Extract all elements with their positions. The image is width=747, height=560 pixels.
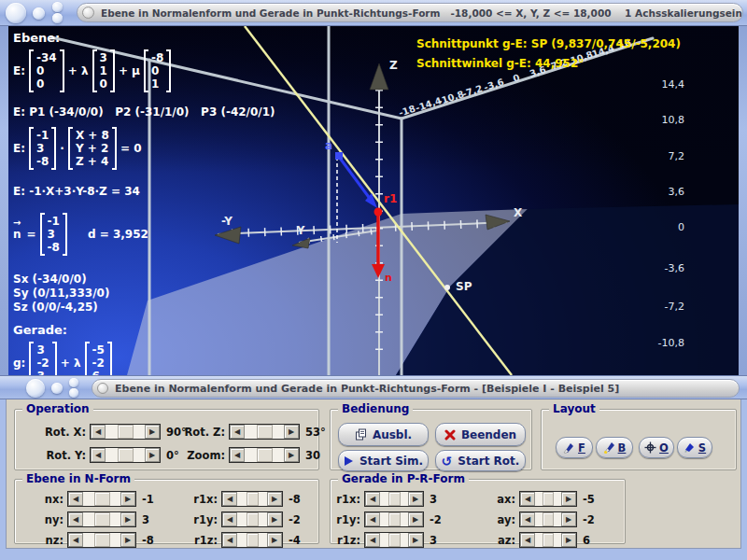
ax-slider[interactable]: ◀▶ <box>519 491 577 507</box>
layout-b-button[interactable]: B <box>596 437 633 458</box>
scroll-left-icon[interactable]: ◀ <box>365 512 380 526</box>
layout-s-button[interactable]: S <box>677 437 712 458</box>
scroll-right-icon[interactable]: ▶ <box>120 492 135 506</box>
panel-window-button-small[interactable] <box>51 383 63 394</box>
panel-window-button-large[interactable] <box>26 379 45 398</box>
rot-z-slider[interactable]: ◀▶ <box>229 424 300 440</box>
scroll-thumb[interactable] <box>543 492 554 506</box>
scroll-left-icon[interactable]: ◀ <box>520 492 535 506</box>
scroll-track[interactable] <box>237 492 267 506</box>
scroll-left-icon[interactable]: ◀ <box>68 533 83 547</box>
scroll-left-icon[interactable]: ◀ <box>365 533 380 547</box>
scroll-track[interactable] <box>245 448 284 462</box>
scroll-right-icon[interactable]: ▶ <box>284 425 299 439</box>
scroll-left-icon[interactable]: ◀ <box>230 425 245 439</box>
scroll-right-icon[interactable]: ▶ <box>145 425 160 439</box>
scroll-left-icon[interactable]: ◀ <box>222 533 237 547</box>
e-r1z-slider[interactable]: ◀▶ <box>221 532 283 548</box>
scroll-thumb[interactable] <box>94 512 110 526</box>
rot-x-slider[interactable]: ◀▶ <box>90 424 161 440</box>
scroll-left-icon[interactable]: ◀ <box>230 448 245 462</box>
scroll-track[interactable] <box>535 533 561 547</box>
scroll-track[interactable] <box>237 533 267 547</box>
ny-slider[interactable]: ◀▶ <box>67 511 136 527</box>
scroll-right-icon[interactable]: ▶ <box>561 492 576 506</box>
window-button-upper[interactable] <box>52 2 63 12</box>
scroll-track[interactable] <box>380 533 408 547</box>
scroll-thumb[interactable] <box>247 533 259 547</box>
scroll-thumb[interactable] <box>388 492 401 506</box>
vector-matrix: 3 1 0 <box>92 49 115 92</box>
nz-slider[interactable]: ◀▶ <box>67 532 136 548</box>
scroll-thumb[interactable] <box>388 533 401 547</box>
capsule-dot-icon[interactable] <box>97 383 108 394</box>
e-r1y-slider[interactable]: ◀▶ <box>221 511 283 527</box>
nx-slider[interactable]: ◀▶ <box>67 491 136 507</box>
scroll-thumb[interactable] <box>94 492 110 506</box>
scroll-left-icon[interactable]: ◀ <box>520 533 535 547</box>
scroll-right-icon[interactable]: ▶ <box>267 533 282 547</box>
scroll-right-icon[interactable]: ▶ <box>561 512 576 526</box>
ausbl-button[interactable]: Ausbl. <box>338 423 429 446</box>
g-r1z-slider[interactable]: ◀▶ <box>364 532 424 548</box>
scroll-thumb[interactable] <box>388 512 401 526</box>
scroll-right-icon[interactable]: ▶ <box>120 512 135 526</box>
scroll-thumb[interactable] <box>543 512 554 526</box>
scroll-thumb[interactable] <box>543 533 554 547</box>
scroll-track[interactable] <box>83 492 120 506</box>
scroll-right-icon[interactable]: ▶ <box>408 512 423 526</box>
scroll-track[interactable] <box>380 512 408 526</box>
window-button-small[interactable] <box>33 7 45 20</box>
scroll-track[interactable] <box>380 492 408 506</box>
scroll-track[interactable] <box>106 425 145 439</box>
panel-window-button-upper[interactable] <box>69 378 78 387</box>
scroll-thumb[interactable] <box>94 533 110 547</box>
scroll-left-icon[interactable]: ◀ <box>365 492 380 506</box>
e-r1x-slider[interactable]: ◀▶ <box>221 491 283 507</box>
scroll-left-icon[interactable]: ◀ <box>68 512 83 526</box>
scroll-thumb[interactable] <box>247 512 259 526</box>
az-slider[interactable]: ◀▶ <box>519 532 577 548</box>
layout-f-button[interactable]: F <box>556 437 593 458</box>
start-sim-button[interactable]: Start Sim. <box>338 450 429 471</box>
scroll-left-icon[interactable]: ◀ <box>91 448 106 462</box>
scroll-track[interactable] <box>245 425 284 439</box>
scroll-right-icon[interactable]: ▶ <box>145 448 160 462</box>
ay-slider[interactable]: ◀▶ <box>519 511 577 527</box>
scroll-left-icon[interactable]: ◀ <box>222 512 237 526</box>
window-button-lower[interactable] <box>52 13 63 23</box>
scroll-right-icon[interactable]: ▶ <box>284 448 299 462</box>
zoom-slider[interactable]: ◀▶ <box>229 447 300 463</box>
scroll-left-icon[interactable]: ◀ <box>520 512 535 526</box>
capsule-dot-icon[interactable] <box>82 7 94 19</box>
scroll-thumb[interactable] <box>118 448 134 462</box>
g-r1x-slider[interactable]: ◀▶ <box>364 491 424 507</box>
scroll-left-icon[interactable]: ◀ <box>68 492 83 506</box>
scroll-track[interactable] <box>535 492 561 506</box>
beenden-button[interactable]: Beenden <box>435 423 526 446</box>
scroll-track[interactable] <box>83 512 120 526</box>
scroll-right-icon[interactable]: ▶ <box>408 492 423 506</box>
scroll-right-icon[interactable]: ▶ <box>561 533 576 547</box>
scene-area: -18 -14,4 -10,8 -7,2 -3,6 0 3,6 7,2 10,8… <box>0 26 747 375</box>
scroll-thumb[interactable] <box>118 425 134 439</box>
scroll-right-icon[interactable]: ▶ <box>120 533 135 547</box>
start-rot-button[interactable]: ↺ Start Rot. <box>435 450 526 471</box>
scroll-left-icon[interactable]: ◀ <box>222 492 237 506</box>
layout-o-button[interactable]: O <box>639 437 674 458</box>
scroll-right-icon[interactable]: ▶ <box>408 533 423 547</box>
scroll-track[interactable] <box>106 448 145 462</box>
scroll-thumb[interactable] <box>247 492 259 506</box>
g-r1y-slider[interactable]: ◀▶ <box>364 511 424 527</box>
scroll-track[interactable] <box>83 533 120 547</box>
scroll-right-icon[interactable]: ▶ <box>267 492 282 506</box>
window-button-large[interactable] <box>6 3 26 23</box>
rot-y-slider[interactable]: ◀▶ <box>90 447 161 463</box>
scroll-right-icon[interactable]: ▶ <box>267 512 282 526</box>
scroll-thumb[interactable] <box>257 425 274 439</box>
scroll-track[interactable] <box>237 512 267 526</box>
panel-window-button-lower[interactable] <box>69 388 78 398</box>
scroll-track[interactable] <box>535 512 561 526</box>
scroll-thumb[interactable] <box>257 448 274 462</box>
scroll-left-icon[interactable]: ◀ <box>91 425 106 439</box>
